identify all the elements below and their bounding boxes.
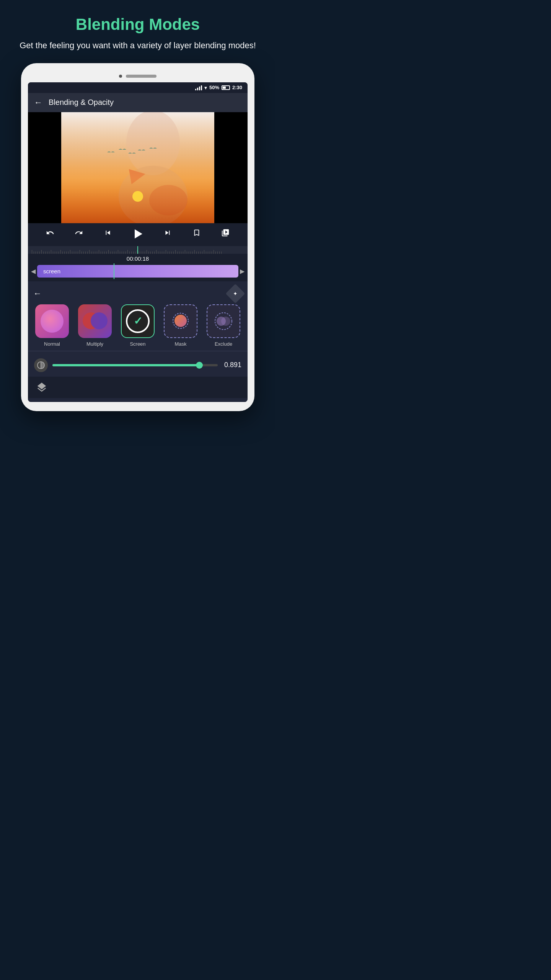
layers-icon bbox=[36, 382, 47, 393]
ruler-mark bbox=[66, 252, 67, 254]
ruler-mark bbox=[212, 252, 212, 254]
phone-screen: ▾ 50% 2:30 ← Blending & Opacity bbox=[28, 82, 248, 402]
wifi-icon: ▾ bbox=[204, 85, 207, 91]
ruler-mark bbox=[45, 252, 46, 254]
ruler-mark bbox=[135, 252, 135, 254]
ruler-mark bbox=[76, 252, 76, 254]
ruler-mark bbox=[51, 250, 51, 254]
blend-mode-mask[interactable]: Mask bbox=[164, 304, 197, 347]
track-label: screen bbox=[43, 268, 60, 274]
skip-start-button[interactable] bbox=[102, 227, 114, 240]
blend-back-button[interactable]: ← bbox=[33, 289, 42, 299]
blend-icon-normal bbox=[35, 304, 69, 338]
ruler-mark bbox=[55, 252, 55, 254]
page-subtitle: Get the feeling you want with a variety … bbox=[15, 40, 260, 52]
ruler-mark bbox=[166, 250, 166, 254]
play-button[interactable] bbox=[131, 227, 145, 241]
time-display: 00:00:18 bbox=[28, 254, 248, 263]
skip-end-button[interactable] bbox=[162, 227, 173, 240]
opacity-icon[interactable] bbox=[34, 358, 48, 372]
blend-mode-normal[interactable]: Normal bbox=[35, 304, 69, 347]
bookmark-button[interactable] bbox=[191, 227, 202, 240]
diamond-button[interactable]: ✦ bbox=[226, 284, 245, 303]
export-button[interactable] bbox=[220, 227, 231, 240]
ruler-mark bbox=[191, 252, 191, 254]
ruler-mark bbox=[34, 252, 34, 254]
exclude-svg bbox=[212, 310, 235, 332]
track-row: ◀ screen ▶ bbox=[28, 263, 248, 279]
ruler-mark bbox=[60, 250, 61, 254]
screen-check-icon: ✓ bbox=[134, 315, 142, 327]
blend-mode-exclude[interactable]: Exclude bbox=[207, 304, 240, 347]
blend-icon-mask bbox=[164, 304, 197, 338]
ruler-mark bbox=[95, 252, 95, 254]
blend-mode-screen[interactable]: ✓ Screen bbox=[121, 304, 155, 347]
ruler-mark bbox=[217, 252, 218, 254]
ruler-mark bbox=[147, 250, 147, 254]
ruler-mark bbox=[170, 252, 170, 254]
ruler-mark bbox=[85, 252, 86, 254]
ruler-mark bbox=[68, 252, 68, 254]
play-icon bbox=[135, 229, 142, 238]
silhouette-svg bbox=[61, 112, 214, 223]
ruler-mark bbox=[80, 250, 80, 254]
ruler-mark bbox=[36, 252, 36, 254]
app-header: ← Blending & Opacity bbox=[28, 93, 248, 112]
ruler-mark bbox=[179, 252, 179, 254]
ruler-mark bbox=[74, 252, 74, 254]
bottom-toolbar bbox=[28, 377, 248, 398]
normal-circle bbox=[41, 310, 64, 333]
svg-point-10 bbox=[221, 317, 230, 326]
ruler-mark bbox=[204, 250, 204, 254]
ruler-mark bbox=[103, 252, 103, 254]
ruler-mark bbox=[208, 252, 208, 254]
phone-speaker bbox=[126, 75, 156, 78]
ruler-mark bbox=[104, 252, 105, 254]
phone-mockup: ▾ 50% 2:30 ← Blending & Opacity bbox=[21, 63, 254, 411]
track-clip[interactable]: screen bbox=[37, 265, 238, 278]
ruler-mark bbox=[198, 252, 199, 254]
diamond-icon: ✦ bbox=[233, 291, 238, 297]
opacity-value: 0.891 bbox=[222, 361, 241, 369]
opacity-slider[interactable] bbox=[52, 364, 218, 366]
phone-notch bbox=[28, 75, 248, 78]
signal-bar-4 bbox=[201, 85, 202, 90]
timeline-ruler[interactable]: // Will render via JS below bbox=[28, 246, 248, 254]
ruler-mark bbox=[32, 250, 32, 254]
blend-label-exclude: Exclude bbox=[215, 341, 232, 347]
ruler-mark bbox=[219, 252, 220, 254]
timeline-section: // Will render via JS below 00:00:18 ◀ s… bbox=[28, 245, 248, 281]
track-prev-button[interactable]: ◀ bbox=[31, 268, 36, 275]
notch-dot bbox=[119, 75, 122, 78]
opacity-slider-thumb bbox=[196, 362, 203, 369]
app-back-button[interactable]: ← bbox=[34, 98, 42, 108]
blend-label-screen: Screen bbox=[130, 341, 145, 347]
ruler-mark bbox=[175, 250, 176, 254]
blend-panel: ← ✦ Normal bbox=[28, 281, 248, 402]
redo-button[interactable] bbox=[73, 227, 85, 240]
ruler-mark bbox=[89, 250, 90, 254]
signal-bar-2 bbox=[197, 88, 198, 90]
svg-point-5 bbox=[132, 191, 143, 202]
ruler-mark bbox=[133, 252, 134, 254]
blend-icon-multiply bbox=[78, 304, 112, 338]
controls-bar bbox=[28, 223, 248, 245]
ruler-mark bbox=[154, 252, 155, 254]
blend-mode-multiply[interactable]: Multiply bbox=[78, 304, 112, 347]
ruler-mark bbox=[164, 252, 164, 254]
multiply-circle-2 bbox=[91, 312, 108, 329]
app-title: Blending & Opacity bbox=[49, 98, 114, 107]
page-header: Blending Modes Get the feeling you want … bbox=[0, 0, 276, 59]
ruler-mark bbox=[99, 250, 99, 254]
ruler-mark bbox=[78, 252, 78, 254]
ruler-mark bbox=[41, 250, 42, 254]
video-canvas bbox=[61, 112, 214, 223]
playhead-line bbox=[137, 246, 138, 254]
layers-button[interactable] bbox=[34, 380, 49, 395]
blend-icon-screen: ✓ bbox=[121, 304, 155, 338]
ruler-mark bbox=[106, 252, 107, 254]
track-next-button[interactable]: ▶ bbox=[240, 268, 245, 275]
opacity-slider-fill bbox=[52, 364, 199, 366]
undo-button[interactable] bbox=[44, 227, 56, 240]
ruler-mark bbox=[59, 252, 59, 254]
